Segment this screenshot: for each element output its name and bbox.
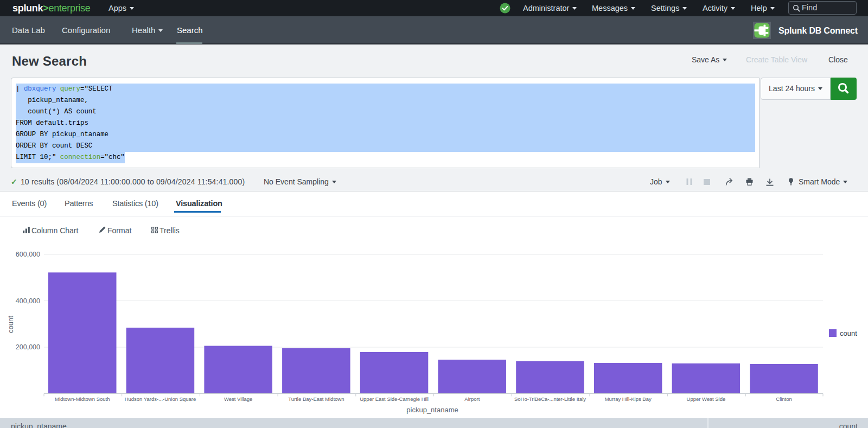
svg-text:Turtle Bay-East Midtown: Turtle Bay-East Midtown xyxy=(288,396,344,402)
svg-text:Upper West Side: Upper West Side xyxy=(687,396,726,402)
svg-text:pickup_ntaname: pickup_ntaname xyxy=(406,406,458,414)
svg-text:Clinton: Clinton xyxy=(776,396,792,402)
svg-text:count: count xyxy=(7,316,15,333)
svg-text:600,000: 600,000 xyxy=(16,251,40,258)
svg-text:Upper East Side-Carnegie Hill: Upper East Side-Carnegie Hill xyxy=(360,396,429,402)
svg-text:Airport: Airport xyxy=(464,396,480,402)
svg-text:200,000: 200,000 xyxy=(16,343,40,351)
svg-text:count: count xyxy=(840,329,857,337)
svg-text:Murray Hill-Kips Bay: Murray Hill-Kips Bay xyxy=(605,396,652,402)
svg-text:SoHo-TriBeCa-...nter-Little It: SoHo-TriBeCa-...nter-Little Italy xyxy=(514,396,586,402)
svg-text:400,000: 400,000 xyxy=(16,297,40,305)
svg-text:West Village: West Village xyxy=(224,396,252,402)
svg-text:Midtown-Midtown South: Midtown-Midtown South xyxy=(55,396,110,402)
svg-text:Hudson Yards-...-Union Square: Hudson Yards-...-Union Square xyxy=(125,396,196,402)
